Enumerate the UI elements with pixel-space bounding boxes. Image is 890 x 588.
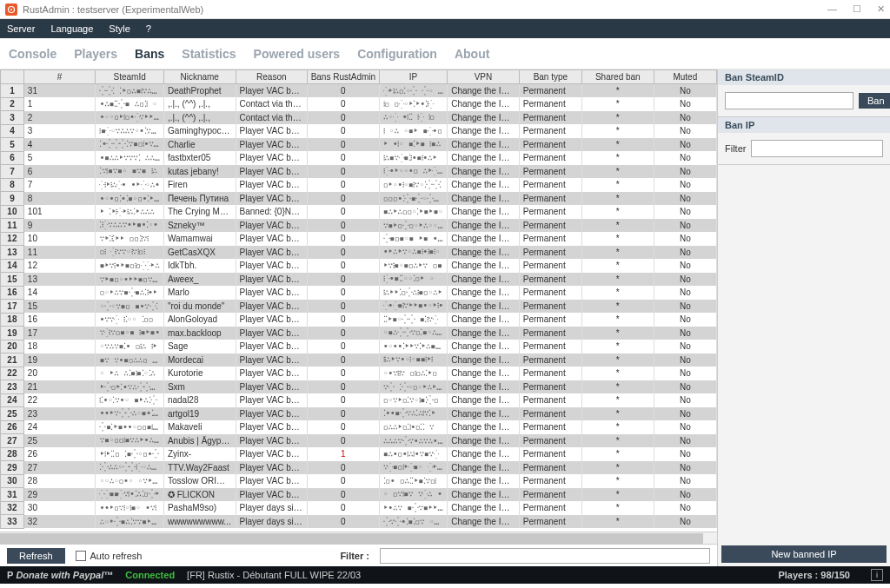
menu-server[interactable]: Server bbox=[7, 23, 35, 34]
table-row[interactable]: 2826‣፧‣⁚⁚▫ ⁚▪⁛◦▫•⁛Zyinx-Player VAC bans … bbox=[1, 447, 717, 461]
tab-configuration[interactable]: Configuration bbox=[357, 47, 437, 61]
ip-cell: ▫▫▫•⁚⁛▪⁛◦⁛∴‣ ◦ bbox=[379, 192, 447, 206]
menu-language[interactable]: Language bbox=[50, 23, 93, 34]
table-row[interactable]: 76⁚∵፧▪∵▪◦ ▪∵▪ ፧∴kutas jebany!Player VAC … bbox=[1, 165, 717, 179]
steamid-cell: ⁚∵፧▪∵▪◦ ▪∵▪ ፧∴ bbox=[96, 165, 163, 179]
maximize-icon[interactable]: ☐ bbox=[853, 3, 861, 15]
filter-sidebar-input[interactable] bbox=[751, 140, 883, 157]
menu-help[interactable]: ? bbox=[146, 23, 151, 34]
ip-cell: ፧⁛•▪⁚⁚◦◦⁚▫‣ ◦ bbox=[379, 273, 447, 287]
table-row[interactable]: 3332∴◦‣⁛▪∴⁚∵∵▪‣∴◦▫wwwwwwwww...Player day… bbox=[1, 515, 717, 529]
table-row[interactable]: 2119▪∵ ∵•▪▫∴∴▫ ◦∵◦MordecaiPlayer VAC ban… bbox=[1, 353, 717, 367]
table-row[interactable]: 43፧▪⁛◦∵∴∴∵◦•⁚∵∵‣GaminghypocritePlayer VA… bbox=[1, 124, 717, 138]
table-row[interactable]: 1412▪‣∵፧•‣▪▫፧▫⁛⁛‣∴IdkTbh.Player VAC bans… bbox=[1, 259, 717, 273]
steamid-cell: ∵‣⁚፧⁚‣‣ ▫▫⁚፧∵፧ bbox=[96, 232, 163, 246]
table-row[interactable]: 2725∵▪◦▫▫፧▪∵∴‣•∴⁚▫Anubis | Ägypten...Pla… bbox=[1, 434, 717, 448]
filter-sidebar-label: Filter bbox=[725, 143, 746, 154]
ip-cell: ‣ •፧◦ ▪⁚‣▪ ፧▪∴ bbox=[379, 138, 447, 152]
info-icon[interactable]: i bbox=[871, 569, 883, 581]
table-row[interactable]: 32•◦◦▫‣፧▫•⁛∵‣‣⁛▪,.|., (^^) ,.|.,Contact … bbox=[1, 111, 717, 125]
table-row[interactable]: 2523••‣∵⁛⁛∴◦▪•⁚▫፧▪artgol19Player VAC ban… bbox=[1, 407, 717, 421]
ip-cell: ⁚••▪⁛∵∴⁚∴፧∵⁚‣ bbox=[379, 407, 447, 421]
steamid-cell: ‣⁛▫‣⁚•∵∴⁛⁛‣‣∴• bbox=[96, 380, 163, 394]
steamid-cell: •∴▪⁚⁚⁛▪ ∴▫⁚፧ ◦ bbox=[96, 97, 163, 111]
filter-input[interactable] bbox=[380, 548, 710, 564]
table-row[interactable]: 1513∵‣▪▫◦•‣‣▪▫∵⁛ ∵Aweex_Player VAC bans … bbox=[1, 273, 717, 287]
table-row[interactable]: 119⁚፧⁛∵∴∴∵•‣▪•⁚◦•Szneky™Player VAC bans … bbox=[1, 219, 717, 233]
table-row[interactable]: 65•▪∴∴‣∵∵∵⁚ ∴∴•⁚fastbxter05Player VAC ba… bbox=[1, 151, 717, 165]
close-icon[interactable]: ✕ bbox=[877, 3, 885, 15]
table-row[interactable]: 2624⁛▪⁚‣▪••◦▫▫▪፧∴‣MakaveliPlayer VAC ban… bbox=[1, 420, 717, 434]
col-nickname[interactable]: Nickname bbox=[163, 70, 236, 84]
table-row[interactable]: 2321‣⁛▫‣⁚•∵∴⁛⁛‣‣∴•SxmPlayer VAC bans ...… bbox=[1, 380, 717, 394]
table-row[interactable]: 1917∵⁛፧∵▫▪◦▪ ፧▪‣▪•max.backloopPlayer VAC… bbox=[1, 327, 717, 340]
table-row[interactable]: 10101‣ ⁚‣፧⁛‣፧∴⁚‣∴∴∴The Crying MarshalBan… bbox=[1, 205, 717, 219]
table-row[interactable]: 1210∵‣⁚፧⁚‣‣ ▫▫⁚፧∵፧WamamwaiPlayer VAC ban… bbox=[1, 232, 717, 246]
table-row[interactable]: 2927⁚⁛∴∴◦⁛⁛፧⁛◦∴▫◦⁛TTV.Way2FaastPlayer VA… bbox=[1, 461, 717, 475]
new-banned-ip-button[interactable]: New banned IP bbox=[721, 545, 887, 563]
table-row[interactable]: 1311▫፧ ⁛፧∵∵◦፧∵፧▫፧GetCasXQXPlayer VAC ban… bbox=[1, 246, 717, 260]
col-muted[interactable]: Muted bbox=[654, 70, 716, 84]
table-row[interactable]: 2422፧⁚•◦⁚∵•◦ ▪‣∴⁚⁛nadal28Player VAC bans… bbox=[1, 393, 717, 407]
ip-cell: ▫◦∵‣▫⁚∵◦፧▪⁚⁛▫ bbox=[379, 393, 447, 407]
bottom-toolbar: Refresh Auto refresh Filter : bbox=[0, 544, 717, 566]
table-row[interactable]: 87⁛፧‣፧∴⁛• •‣⁛◦∴•FirenPlayer VAC bans ...… bbox=[1, 178, 717, 192]
table-row[interactable]: 1715 ◦⁛◦∵▪▫ ▪•∵⁛⁚"roi du monde"Player VA… bbox=[1, 300, 717, 314]
col--[interactable]: # bbox=[23, 70, 96, 84]
table-row[interactable]: 3129⁛⁛▪▪⁛∵፧•⁚∴⁚▫⁛‣✪ FLICKONPlayer VAC ba… bbox=[1, 488, 717, 502]
bans-grid[interactable]: #SteamIdNicknameReasonBans RustAdminIPVP… bbox=[0, 69, 717, 532]
donate-link[interactable]: P Donate with Paypal™ bbox=[7, 570, 113, 580]
steamid-cell: ••‣∵⁛⁛∴◦▪•⁚▫፧▪ bbox=[96, 407, 163, 421]
col-reason[interactable]: Reason bbox=[236, 70, 308, 84]
ip-cell: ⁚▫• ▫∴⁚⁚‣▪⁚∵▫፧ bbox=[379, 474, 447, 488]
table-row[interactable]: 21•∴▪⁚⁚⁛▪ ∴▫⁚፧ ◦,.|., (^^) ,.|.,Contact … bbox=[1, 97, 717, 111]
table-row[interactable]: 98•◦•▫⁚•⁚▪◦▫•⁚‣⁛Печень ПутинаPlayer VAC … bbox=[1, 192, 717, 206]
refresh-button[interactable]: Refresh bbox=[7, 548, 65, 564]
table-row[interactable]: 2018◦∵∴∵▪⁚• ▫፧∴ ፧‣SagePlayer VAC bans ..… bbox=[1, 340, 717, 353]
tab-players[interactable]: Players bbox=[74, 47, 117, 61]
ban-button[interactable]: Ban bbox=[859, 93, 890, 109]
col-bans-rustadmin[interactable]: Bans RustAdmin bbox=[308, 70, 380, 84]
tabs: ConsolePlayersBansStatisticsPowered user… bbox=[0, 38, 890, 69]
ip-cell: ◦▪∴⁛⁛∵▫⁚▪◦∴▪፧⁚ bbox=[379, 327, 447, 340]
col-ip[interactable]: IP bbox=[379, 70, 447, 84]
col-vpn[interactable]: VPN bbox=[448, 70, 520, 84]
horizontal-scrollbar[interactable] bbox=[0, 532, 717, 544]
ip-cell: ◦•∵፧፧∵ ▫፧▫∴⁚‣▫ bbox=[379, 367, 447, 380]
col-steamid[interactable]: SteamId bbox=[96, 70, 163, 84]
steamid-cell: ∵⁛፧∵▫▪◦▪ ፧▪‣▪• bbox=[96, 327, 163, 340]
ban-ip-header: Ban IP bbox=[718, 117, 890, 133]
minimize-icon[interactable]: — bbox=[827, 3, 837, 15]
table-row[interactable]: 54⁚•⁛⁛⁛⁚∵▪▫፧•∵∵◦CharliePlayer VAC bans .… bbox=[1, 138, 717, 152]
ip-cell: ∴◦⁛ •፧⁚⁚ ፧⁛ ፧▫ bbox=[379, 111, 447, 125]
tab-powered-users[interactable]: Powered users bbox=[254, 47, 341, 61]
steamid-cell: ▫◦‣∴∵▪⁛▪∴⁚፧•‣ bbox=[96, 286, 163, 300]
ip-cell: ፧▫ ▫⁛◦‣⁚‣•⁚፧⁛ bbox=[379, 97, 447, 111]
col-shared-ban[interactable]: Shared ban bbox=[582, 70, 654, 84]
ip-cell: ▪∴‣∴▫▫◦⁚‣▪‣▪◦ bbox=[379, 205, 447, 219]
table-row[interactable]: 1816•∵∵⁛ ፧⁚◦◦ ⁚▫▫AlonGoloyadPlayer VAC b… bbox=[1, 313, 717, 327]
table-row[interactable]: 3230••‣▫∵፧◦፧▪◦ •∵፧PashaM9so)Player days … bbox=[1, 501, 717, 515]
steamid-cell: •◦◦▫‣፧▫•⁛∵‣‣⁛▪ bbox=[96, 111, 163, 125]
table-row[interactable]: 2220◦ ‣∴ ∴⁚▪፧▪⁚◦⁚∴KurotoriePlayer VAC ba… bbox=[1, 367, 717, 380]
steamid-cell: ∵▪◦▫▫፧▪∵∴‣•∴⁚▫ bbox=[96, 434, 163, 448]
ip-cell: ‣•∴∵ ▪⁛∵▪‣‣⁛∵▫ bbox=[379, 501, 447, 515]
steamid-cell: ⁛፧‣፧∴⁛• •‣⁛◦∴• bbox=[96, 178, 163, 192]
tab-console[interactable]: Console bbox=[9, 47, 56, 61]
player-count: Players : 98/150 bbox=[778, 570, 850, 580]
steamid-cell: ፧▪⁛◦∵∴∴∵◦•⁚∵∵‣ bbox=[96, 124, 163, 138]
ip-cell: ⁛‣፧∴▫⁚◦⁛ ⁛◦ ⁛∵ bbox=[379, 84, 447, 98]
tab-bans[interactable]: Bans bbox=[135, 47, 164, 61]
steamid-cell: ∴◦‣⁛▪∴⁚∵∵▪‣∴◦▫ bbox=[96, 515, 163, 529]
table-row[interactable]: 1614 ▫◦‣∴∵▪⁛▪∴⁚፧•‣MarloPlayer VAC bans .… bbox=[1, 286, 717, 300]
ip-cell: •◦••⁚‣‣∵⁚‣∴▪∴▪ bbox=[379, 340, 447, 353]
table-row[interactable]: 3028◦◦∴◦▫•◦ ◦∵‣◦∵▫Tosslow ORIGINALPlayer… bbox=[1, 474, 717, 488]
tab-statistics[interactable]: Statistics bbox=[182, 47, 236, 61]
col-ban-type[interactable]: Ban type bbox=[519, 70, 581, 84]
status-bar: P Donate with Paypal™ Connected [FR] Rus… bbox=[0, 566, 890, 584]
table-row[interactable]: 131⁛⁛⁚ ⁚‣▫∴▪፧∵∴▫‣DeathProphetPlayer VAC … bbox=[1, 84, 717, 98]
auto-refresh-checkbox[interactable]: Auto refresh bbox=[76, 551, 143, 561]
menu-style[interactable]: Style bbox=[109, 23, 130, 34]
ban-steamid-input[interactable] bbox=[725, 92, 853, 109]
tab-about[interactable]: About bbox=[455, 47, 489, 61]
